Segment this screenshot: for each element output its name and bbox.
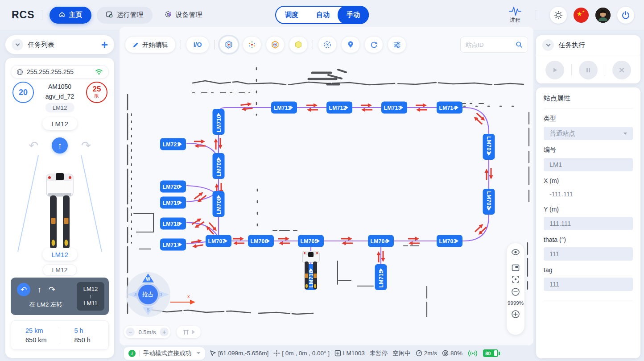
collapse-button[interactable]	[542, 39, 554, 51]
fork-play-icon[interactable]	[192, 330, 195, 334]
zoom-out-button[interactable]	[511, 287, 520, 296]
svg-text:LM715: LM715	[378, 270, 384, 288]
map-station-LM711[interactable]: LM711	[271, 102, 297, 114]
task-play-button[interactable]	[545, 61, 564, 79]
layer-stations-button[interactable]	[219, 36, 238, 53]
layer-points-button[interactable]	[243, 36, 261, 53]
process-button[interactable]: 进程	[508, 6, 522, 24]
svg-text:LM714: LM714	[439, 105, 457, 111]
forklift-graphic	[46, 173, 73, 249]
map-station-LM702[interactable]: LM702	[483, 189, 495, 215]
search-icon[interactable]	[516, 41, 523, 48]
seize-control-button[interactable]: 抢占	[136, 283, 160, 306]
hexagon-ring-icon	[271, 40, 280, 49]
add-task-button[interactable]: +	[101, 40, 108, 50]
map-station-LM703[interactable]: LM703	[437, 235, 462, 247]
start-edit-button[interactable]: 开始编辑	[125, 36, 176, 53]
user-avatar[interactable]	[595, 8, 611, 23]
io-button[interactable]: I/O	[186, 36, 209, 53]
layer-area-button[interactable]	[289, 36, 308, 53]
map-station-LM701[interactable]: LM701	[483, 134, 495, 160]
task-pause-button[interactable]	[579, 61, 598, 79]
map-station-LM705[interactable]: LM705	[298, 235, 324, 247]
joystick-up-key[interactable]: W	[142, 274, 154, 282]
filter-button[interactable]	[388, 36, 406, 53]
divider	[544, 300, 633, 300]
theme-toggle-button[interactable]	[550, 7, 567, 24]
power-button[interactable]	[617, 7, 634, 24]
wifi-icon	[95, 69, 103, 75]
task-list-title: 任务列表	[28, 41, 54, 49]
battery-remaining	[494, 350, 497, 356]
waveform-icon	[508, 6, 522, 16]
nav-home[interactable]: 主页	[50, 7, 91, 24]
speed-plus-button[interactable]: +	[160, 328, 169, 336]
speed-minus-button[interactable]: −	[126, 328, 135, 336]
y-input[interactable]	[544, 217, 633, 230]
total-hours: 850 h	[74, 336, 109, 344]
nav-device[interactable]: 设备管理	[155, 7, 211, 24]
map-station-LM721[interactable]: LM721	[160, 138, 186, 150]
map-station-LM713[interactable]: LM713	[381, 102, 407, 114]
zoom-in-button[interactable]	[511, 310, 520, 319]
map-station-LM714[interactable]: LM714	[437, 102, 462, 114]
language-flag-button[interactable]: ★ ★	[574, 8, 589, 23]
tag-input[interactable]	[544, 278, 633, 291]
collapse-button[interactable]	[12, 39, 23, 50]
map-station-LM709[interactable]: LM709	[213, 153, 225, 179]
nav-operation[interactable]: 运行管理	[97, 7, 153, 24]
type-select[interactable]: 普通站点	[544, 127, 633, 140]
map-station-LM708[interactable]: LM708	[213, 191, 225, 217]
nav-device-label: 设备管理	[176, 11, 202, 19]
map-station-LM712[interactable]: LM712	[326, 102, 352, 114]
station-properties-title: 站点属性	[544, 94, 633, 108]
map-station-LM706[interactable]: LM706	[248, 235, 274, 247]
map-station-LM719[interactable]: LM719	[160, 197, 186, 209]
speed-badge: 20	[12, 82, 34, 103]
tab-auto[interactable]: 自动	[307, 7, 339, 23]
layer-zones-button[interactable]	[266, 36, 285, 53]
turn-left-active-icon[interactable]: ↶	[17, 283, 30, 296]
turn-right-hint-icon[interactable]: ↷	[49, 285, 55, 295]
map-pin-icon	[347, 41, 355, 49]
code-input[interactable]	[544, 158, 633, 171]
yellow-hexagon-icon	[294, 40, 303, 49]
straight-icon[interactable]: ↑	[37, 285, 41, 295]
visibility-eye-icon[interactable]	[511, 249, 520, 256]
map-station-LM720[interactable]: LM720	[160, 181, 186, 193]
map-station-LM707[interactable]: LM707	[206, 235, 231, 247]
map-station-LM715[interactable]: LM715	[375, 264, 387, 290]
home-icon	[58, 11, 66, 19]
tab-dispatch[interactable]: 调度	[276, 7, 307, 23]
locate-button[interactable]	[341, 36, 360, 53]
theta-input[interactable]	[544, 247, 633, 261]
distance-stats: 25 km 650 km	[11, 321, 60, 349]
route-to: LM11	[83, 300, 98, 307]
sun-icon	[554, 11, 563, 20]
map-station-LM704[interactable]: LM704	[368, 235, 394, 247]
map-station-LM717[interactable]: LM717	[160, 239, 186, 251]
map-station-LM718[interactable]: LM718	[160, 218, 186, 230]
svg-text:LM718: LM718	[163, 221, 180, 227]
battery-percent: 80	[485, 351, 491, 356]
type-value: 普通站点	[549, 129, 575, 138]
station-search-input[interactable]	[466, 41, 513, 48]
refresh-button[interactable]	[364, 36, 383, 53]
turn-left-icon[interactable]: ↶	[29, 139, 38, 153]
forward-button[interactable]: ↑	[52, 137, 68, 154]
minimap-icon[interactable]	[512, 264, 520, 271]
center-focus-icon[interactable]	[512, 275, 520, 283]
tab-manual[interactable]: 手动	[338, 6, 369, 24]
divider	[313, 40, 313, 50]
task-stop-button[interactable]	[612, 61, 631, 79]
map-station-LM710[interactable]: LM710	[213, 109, 225, 135]
zoom-level-value: 9999%	[508, 300, 524, 306]
connection-status-dropdown[interactable]: i 手动模式连接成功	[124, 347, 205, 360]
agv-ip-row[interactable]: 255.255.255.255	[11, 65, 109, 79]
play-icon	[551, 66, 558, 74]
divider	[605, 64, 605, 76]
route-arrow-icon: ↑	[89, 293, 92, 300]
joystick-down-key[interactable]: S	[142, 307, 154, 315]
turn-right-icon[interactable]: ↷	[81, 139, 91, 153]
lidar-button[interactable]	[318, 36, 337, 53]
